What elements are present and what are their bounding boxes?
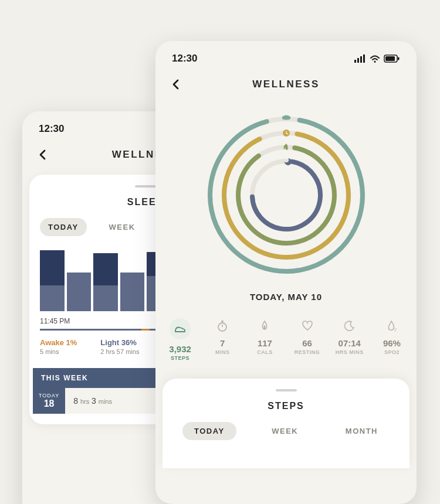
- drag-handle[interactable]: [276, 389, 297, 391]
- svg-rect-2: [360, 56, 362, 63]
- tab-today[interactable]: TODAY: [182, 422, 236, 440]
- flame-icon: [243, 318, 286, 333]
- cellular-icon: [354, 55, 366, 63]
- svg-rect-3: [363, 55, 365, 63]
- activity-rings: [155, 104, 417, 292]
- steps-card-title: STEPS: [177, 401, 395, 411]
- svg-point-13: [231, 139, 342, 251]
- svg-rect-1: [357, 58, 359, 63]
- wifi-icon: [370, 55, 380, 63]
- svg-rect-7: [398, 57, 400, 60]
- tab-week[interactable]: WEEK: [260, 422, 310, 440]
- tab-month[interactable]: MONTH: [334, 422, 390, 440]
- metric-mins[interactable]: 7 MINS: [201, 318, 243, 361]
- tab-today[interactable]: TODAY: [40, 218, 87, 236]
- ring-clock-icon: [283, 130, 290, 137]
- metrics-row: 3,932 STEPS 7 MINS 117 CALS 66 RESTING: [155, 318, 417, 373]
- ring-shoe-icon: [282, 115, 290, 120]
- svg-rect-6: [385, 56, 395, 61]
- moon-icon: [329, 318, 371, 333]
- shoe-icon: [170, 318, 191, 339]
- status-bar: 12:30: [155, 41, 417, 69]
- stopwatch-icon: [201, 318, 243, 333]
- heart-icon: [286, 318, 329, 333]
- metric-sleep[interactable]: 07:14 HRS MINS: [329, 318, 371, 361]
- metric-cals[interactable]: 117 CALS: [243, 318, 286, 361]
- battery-icon: [384, 55, 400, 63]
- tab-week[interactable]: WEEK: [101, 218, 144, 236]
- status-time: 12:30: [39, 123, 64, 135]
- metric-spo2[interactable]: 2 96% SPO2: [371, 318, 413, 361]
- screen-header: WELLNESS: [155, 69, 417, 104]
- back-button[interactable]: [167, 76, 184, 93]
- legend-awake: Awake 1% 5 mins: [40, 338, 77, 355]
- back-button[interactable]: [34, 147, 50, 163]
- steps-card: STEPS TODAY WEEK MONTH: [163, 379, 409, 468]
- ring-flame-icon: [283, 144, 287, 150]
- chevron-left-icon: [171, 79, 180, 90]
- svg-rect-0: [354, 60, 356, 63]
- metric-steps[interactable]: 3,932 STEPS: [159, 318, 201, 361]
- chevron-left-icon: [38, 149, 46, 160]
- wellness-overview-screen: 12:30 WELLNESS: [155, 41, 417, 504]
- week-duration: 8 hrs 3 mins: [65, 396, 112, 406]
- range-tabs: TODAY WEEK MONTH: [177, 422, 395, 440]
- svg-point-15: [246, 156, 325, 234]
- svg-text:2: 2: [394, 328, 397, 332]
- drop-icon: 2: [371, 318, 413, 333]
- legend-light: Light 36% 2 hrs 57 mins: [100, 338, 139, 355]
- metric-resting[interactable]: 66 RESTING: [286, 318, 329, 361]
- today-date: TODAY, MAY 10: [155, 292, 417, 302]
- status-icons: [354, 55, 400, 63]
- svg-point-4: [374, 61, 376, 63]
- status-time: 12:30: [172, 53, 197, 64]
- header-title: WELLNESS: [252, 79, 319, 90]
- day-box: TODAY 18: [33, 388, 65, 414]
- drag-handle[interactable]: [135, 185, 156, 188]
